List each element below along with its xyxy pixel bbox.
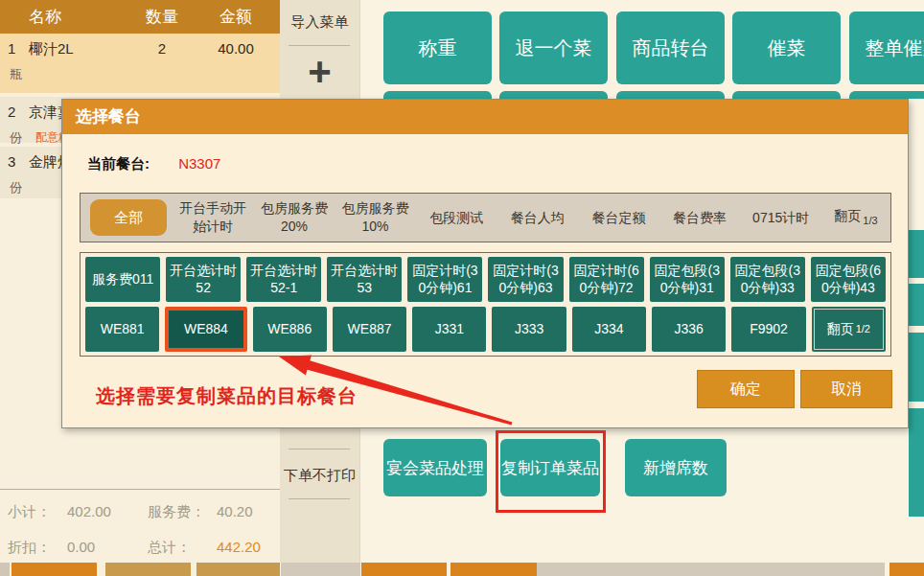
clipped-button-sliver[interactable] [12,563,97,576]
annotation-highlight-rect [496,430,606,513]
clipped-button-sliver[interactable] [361,563,447,576]
total-label: 总计： [148,539,217,557]
row-unit: 份 [0,129,22,147]
confirm-button[interactable]: 确定 [697,370,795,408]
clipped-button-sliver[interactable] [909,408,924,517]
table-button[interactable]: WE886 [253,307,327,352]
clipped-button-sliver[interactable] [909,333,924,402]
table-button[interactable]: F9902 [731,307,805,352]
clipped-button-sliver[interactable] [909,230,924,278]
no-print-button[interactable]: 下单不打印 [280,467,359,485]
tab-fixed-quota[interactable]: 餐台定额 [578,209,659,227]
table-button-selected[interactable]: WE884 [165,307,246,352]
clipped-button-sliver[interactable] [281,563,360,576]
discount-value: 0.00 [67,539,148,557]
row-qty: 2 [132,40,192,58]
table-button[interactable]: 固定计时(30分钟)63 [488,257,563,302]
table-button[interactable]: 服务费011 [85,257,160,302]
table-button[interactable]: 开台选计时52 [166,257,241,302]
clipped-button-sliver[interactable] [105,563,191,576]
add-seats-button[interactable]: 新增席数 [625,439,727,496]
plus-icon[interactable]: + [280,53,359,91]
tab-per-capita[interactable]: 餐台人均 [497,209,579,227]
rush-whole-order-button[interactable]: 整单催菜 [849,12,924,84]
tab-package-test[interactable]: 包段测试 [416,209,497,227]
current-table-label: 当前餐台: [87,155,150,172]
service-fee-value: 40.20 [217,503,253,521]
table-button[interactable]: J334 [572,307,646,352]
rush-dish-button[interactable]: 催菜 [732,12,841,84]
current-table-row: 当前餐台: N3307 [87,155,220,173]
clipped-button-sliver[interactable] [732,91,841,99]
tab-room-service-10[interactable]: 包房服务费10% [335,199,416,236]
order-table-header: 名称 数量 金额 [0,0,280,34]
pos-screen: { "order_panel": { "headers": { "name": … [0,0,924,576]
table-button[interactable]: WE881 [85,307,159,352]
divider [289,45,350,46]
clipped-button-sliver[interactable] [909,284,924,326]
tab-room-service-20[interactable]: 包房服务费20% [254,199,335,236]
transfer-dish-button[interactable]: 商品转台 [616,12,725,84]
clipped-button-sliver[interactable] [537,563,885,576]
table-grid-row-1: 服务费011 开台选计时52 开台选计时52-1 开台选计时53 固定计时(30… [85,257,886,302]
pager-label: 翻页 [834,208,861,223]
clipped-button-sliver[interactable] [889,563,924,576]
row-index: 2 [0,104,29,122]
banquet-dish-button[interactable]: 宴会菜品处理 [383,439,487,496]
clipped-button-sliver[interactable] [849,91,924,99]
clipped-button-sliver[interactable] [196,563,280,576]
row-unit: 份 [0,179,22,196]
pager-label: 翻页 [827,321,854,338]
order-row[interactable]: 1 椰汁2L 2 40.00 瓶 [0,34,280,93]
pager-page: 1/3 [863,215,877,226]
service-fee-label: 服务费： [148,503,217,521]
tab-manual-timing[interactable]: 开台手动开始计时 [173,199,254,236]
table-button[interactable]: J333 [492,307,566,352]
header-amount: 金额 [192,6,280,28]
row-unit: 瓶 [0,66,22,83]
row-name: 椰汁2L [29,40,132,58]
tab-all[interactable]: 全部 [90,199,167,236]
row-index: 1 [0,40,29,58]
import-menu-button[interactable]: 导入菜单 [280,13,359,32]
table-button[interactable]: 固定包段(60分钟)43 [811,257,886,302]
discount-label: 折扣： [8,539,67,557]
dialog-title: 选择餐台 [62,100,908,134]
clipped-button-sliver[interactable] [499,91,608,99]
totals-panel: 小计： 402.00 服务费： 40.20 折扣： 0.00 总计： 442.2… [0,489,280,574]
table-grid-row-2: WE881 WE884 WE886 WE887 J331 J333 J334 J… [85,307,886,352]
tab-fee-rate[interactable]: 餐台费率 [659,209,741,227]
current-table-value: N3307 [178,155,220,172]
header-qty: 数量 [132,6,192,28]
clipped-button-sliver[interactable] [0,563,10,576]
table-category-tabs: 全部 开台手动开始计时 包房服务费20% 包房服务费10% 包段测试 餐台人均 … [80,193,891,242]
cancel-button[interactable]: 取消 [800,370,892,408]
subtotal-label: 小计： [8,503,67,521]
weigh-button[interactable]: 称重 [383,12,492,84]
table-button[interactable]: 固定计时(30分钟)61 [407,257,482,302]
table-button[interactable]: 固定包段(30分钟)31 [650,257,725,302]
divider [289,498,350,499]
clipped-button-sliver[interactable] [616,91,725,99]
table-button[interactable]: J336 [652,307,726,352]
table-button[interactable]: 开台选计时53 [327,257,402,302]
tabs-pager-button[interactable]: 翻页1/3 [821,207,890,228]
clipped-button-sliver[interactable] [383,91,492,99]
divider [289,449,350,449]
clipped-button-sliver[interactable] [450,563,537,576]
row-index: 3 [0,153,29,172]
grid-pager-button[interactable]: 翻页1/2 [812,307,886,352]
header-name: 名称 [29,6,132,28]
table-button[interactable]: 开台选计时52-1 [246,257,321,302]
return-dish-button[interactable]: 退一个菜 [499,12,608,84]
annotation-tip-text: 选择需要复制菜品的目标餐台 [96,383,358,409]
table-button[interactable]: WE887 [333,307,406,352]
tab-0715-timing[interactable]: 0715计时 [740,209,821,227]
row-amount: 40.00 [192,40,280,58]
pager-page: 1/2 [856,323,870,336]
table-button[interactable]: 固定计时(60分钟)72 [569,257,644,302]
table-button[interactable]: J331 [412,307,486,352]
subtotal-value: 402.00 [67,503,148,521]
total-value: 442.20 [217,539,261,557]
table-button[interactable]: 固定包段(30分钟)33 [730,257,805,302]
